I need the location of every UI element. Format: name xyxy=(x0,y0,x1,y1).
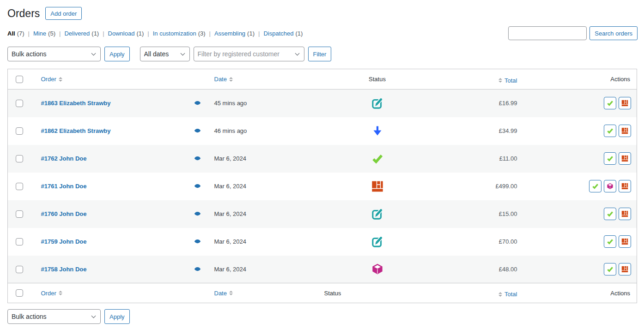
row-checkbox[interactable] xyxy=(16,127,23,135)
view-in-customization: In customization(3) xyxy=(153,30,206,37)
cube-icon xyxy=(607,183,614,190)
check-icon xyxy=(607,100,614,107)
action-button-bricks[interactable] xyxy=(619,263,631,275)
row-actions xyxy=(532,173,637,200)
order-date: 45 mins ago xyxy=(209,90,301,117)
row-checkbox[interactable] xyxy=(16,266,23,273)
row-checkbox[interactable] xyxy=(16,183,23,190)
orders-table-body: #1863 Elizabeth Strawby 45 mins ago £16.… xyxy=(8,90,637,283)
preview-eye-icon[interactable] xyxy=(194,267,201,271)
order-link[interactable]: #1761 John Doe xyxy=(41,183,87,190)
status-bricks-icon xyxy=(371,180,383,192)
sort-total-column[interactable]: Total xyxy=(498,77,517,84)
dates-select-wrap: All dates xyxy=(140,47,190,61)
preview-eye-icon[interactable] xyxy=(194,101,201,105)
view-mine: Mine(5) xyxy=(33,30,55,37)
customer-filter-select[interactable]: Filter by registered customer xyxy=(194,47,304,61)
action-button-check[interactable] xyxy=(604,152,616,165)
action-button-check[interactable] xyxy=(604,263,616,275)
order-link[interactable]: #1759 John Doe xyxy=(41,238,87,245)
total-column-footer: Total xyxy=(504,291,517,298)
view-link[interactable]: Download xyxy=(108,30,135,37)
check-icon xyxy=(607,127,614,134)
table-row: #1760 John Doe Mar 6, 2024 £15.00 xyxy=(8,200,637,228)
select-all-checkbox-bottom[interactable] xyxy=(16,289,23,297)
row-actions xyxy=(532,117,637,145)
order-link[interactable]: #1758 John Doe xyxy=(41,266,87,273)
row-checkbox[interactable] xyxy=(16,238,23,245)
view-link[interactable]: Dispatched xyxy=(263,30,293,37)
total-column-header: Total xyxy=(504,77,517,84)
dates-filter-select[interactable]: All dates xyxy=(140,47,190,61)
add-order-button[interactable]: Add order xyxy=(45,7,82,20)
action-button-check[interactable] xyxy=(604,235,616,248)
view-link[interactable]: Assembling xyxy=(214,30,245,37)
action-button-bricks[interactable] xyxy=(619,125,631,137)
sort-date-column[interactable]: Date xyxy=(214,76,233,83)
view-link[interactable]: In customization xyxy=(153,30,196,37)
sort-arrows-icon xyxy=(498,78,502,83)
status-column-header: Status xyxy=(369,76,386,83)
view-separator: | xyxy=(59,30,61,37)
order-link[interactable]: #1760 John Doe xyxy=(41,210,87,217)
check-icon xyxy=(607,210,614,217)
preview-eye-icon[interactable] xyxy=(194,128,201,133)
view-count: (5) xyxy=(48,30,55,37)
action-button-check[interactable] xyxy=(604,208,616,220)
action-button-bricks[interactable] xyxy=(619,97,631,109)
action-button-bricks[interactable] xyxy=(619,152,631,165)
bottom-toolbar: Bulk actions Apply xyxy=(7,309,638,324)
table-row: #1758 John Doe Mar 6, 2024 £48.00 xyxy=(8,256,637,283)
action-button-check[interactable] xyxy=(604,97,616,109)
order-link[interactable]: #1762 John Doe xyxy=(41,155,87,162)
order-link[interactable]: #1862 Elizabeth Strawby xyxy=(41,127,111,134)
preview-eye-icon[interactable] xyxy=(194,156,201,161)
action-button-bricks[interactable] xyxy=(619,235,631,248)
apply-button-bottom[interactable]: Apply xyxy=(104,309,130,324)
action-button-check[interactable] xyxy=(604,125,616,137)
filter-button[interactable]: Filter xyxy=(308,47,332,61)
select-all-checkbox[interactable] xyxy=(16,76,23,83)
order-column-header: Order xyxy=(41,76,56,83)
order-date: 46 mins ago xyxy=(209,117,301,145)
sort-total-column-bottom[interactable]: Total xyxy=(498,291,517,298)
order-link[interactable]: #1863 Elizabeth Strawby xyxy=(41,100,111,107)
action-button-check[interactable] xyxy=(589,180,601,192)
action-button-bricks[interactable] xyxy=(619,180,631,192)
order-date: Mar 6, 2024 xyxy=(209,145,301,173)
table-row: #1863 Elizabeth Strawby 45 mins ago £16.… xyxy=(8,90,637,117)
bricks-icon xyxy=(621,127,628,134)
bulk-actions-select-wrap: Bulk actions xyxy=(7,47,101,61)
table-footer-row: Order Date Status Total xyxy=(8,283,637,303)
preview-eye-icon[interactable] xyxy=(194,239,201,244)
preview-eye-icon[interactable] xyxy=(194,211,201,216)
row-checkbox[interactable] xyxy=(16,100,23,107)
row-checkbox[interactable] xyxy=(16,210,23,218)
preview-eye-icon[interactable] xyxy=(194,184,201,188)
sort-date-column-bottom[interactable]: Date xyxy=(214,290,233,297)
order-total: £11.00 xyxy=(454,145,532,173)
view-count: (1) xyxy=(91,30,99,37)
orders-table: Order Date Status Total xyxy=(7,69,637,303)
sort-order-column-bottom[interactable]: Order xyxy=(41,290,62,297)
view-separator: | xyxy=(258,30,260,37)
check-icon xyxy=(607,155,614,162)
bulk-actions-select-bottom[interactable]: Bulk actions xyxy=(7,309,101,324)
view-count: (3) xyxy=(198,30,206,37)
order-total: £70.00 xyxy=(454,228,532,256)
view-link[interactable]: Mine xyxy=(33,30,46,37)
view-link[interactable]: Delivered xyxy=(64,30,90,37)
apply-button[interactable]: Apply xyxy=(104,47,130,61)
order-views: All(7)|Mine(5)|Delivered(1)|Download(1)|… xyxy=(7,30,303,37)
status-download-icon xyxy=(371,125,383,137)
search-input[interactable] xyxy=(508,26,587,40)
row-checkbox[interactable] xyxy=(16,155,23,162)
action-button-bricks[interactable] xyxy=(619,208,631,220)
bulk-actions-select[interactable]: Bulk actions xyxy=(7,47,101,61)
sort-order-column[interactable]: Order xyxy=(41,76,62,83)
search-orders-button[interactable]: Search orders xyxy=(589,26,638,40)
action-button-cube[interactable] xyxy=(604,180,616,192)
row-actions xyxy=(532,200,637,228)
view-assembling: Assembling(1) xyxy=(214,30,255,37)
search-box: Search orders xyxy=(508,26,638,40)
